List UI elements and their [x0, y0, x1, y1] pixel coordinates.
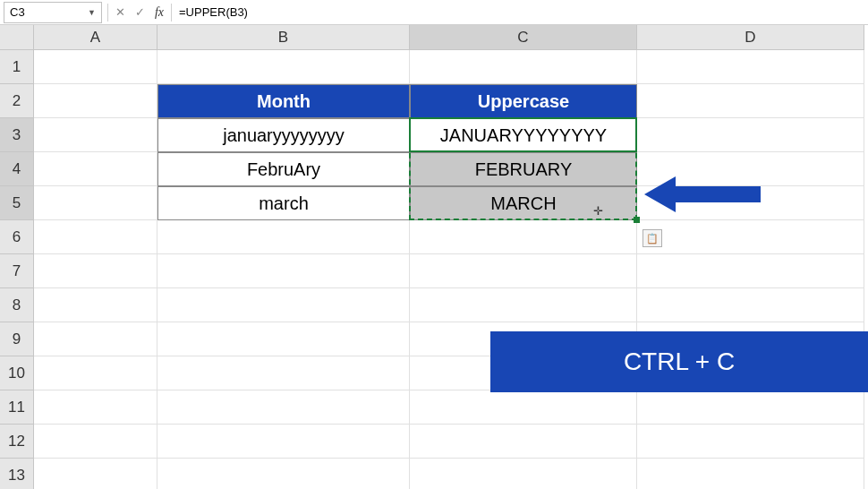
name-box[interactable]: C3 ▼: [4, 2, 102, 23]
row-header-1[interactable]: 1: [0, 50, 34, 84]
cursor-icon: ✛: [593, 204, 603, 218]
cell-a13[interactable]: [34, 459, 157, 489]
cell-c2[interactable]: Uppercase: [410, 84, 637, 118]
cell-a8[interactable]: [34, 288, 157, 322]
cell-c13[interactable]: [410, 459, 637, 489]
cell-d2[interactable]: [637, 84, 864, 118]
cell-c11[interactable]: [410, 390, 637, 425]
cell-d7[interactable]: [637, 254, 864, 288]
cell-b12[interactable]: [157, 425, 410, 459]
cell-a11[interactable]: [34, 390, 157, 425]
row-header-3[interactable]: 3: [0, 118, 34, 152]
cell-a9[interactable]: [34, 322, 157, 356]
enter-icon[interactable]: ✓: [130, 3, 149, 22]
col-header-a[interactable]: A: [34, 25, 157, 50]
cell-b4[interactable]: FebruAry: [157, 152, 410, 186]
row-header-8[interactable]: 8: [0, 288, 34, 322]
cell-b2[interactable]: Month: [157, 84, 410, 118]
cell-c3[interactable]: JANUARYYYYYYYY: [410, 118, 637, 152]
cancel-icon[interactable]: ✕: [110, 3, 130, 22]
select-all-corner[interactable]: [0, 25, 34, 50]
row-headers: 1 2 3 4 5 6 7 8 9 10 11 12 13: [0, 50, 34, 489]
grid: Month Uppercase januaryyyyyyyy JANUARYYY…: [34, 50, 864, 489]
divider: [171, 4, 172, 21]
row-header-11[interactable]: 11: [0, 390, 34, 425]
fx-icon[interactable]: fx: [149, 3, 169, 22]
shortcut-text: CTRL + C: [624, 347, 735, 375]
cell-b9[interactable]: [157, 322, 410, 356]
cell-d13[interactable]: [637, 459, 864, 489]
row-header-4[interactable]: 4: [0, 152, 34, 186]
cell-a10[interactable]: [34, 356, 157, 390]
row-header-12[interactable]: 12: [0, 425, 34, 459]
cell-d12[interactable]: [637, 425, 864, 459]
cell-d8[interactable]: [637, 288, 864, 322]
cell-c12[interactable]: [410, 425, 637, 459]
cell-d11[interactable]: [637, 390, 864, 425]
cell-c4[interactable]: FEBRUARY: [410, 152, 637, 186]
col-header-b[interactable]: B: [157, 25, 410, 50]
cell-d6[interactable]: [637, 220, 864, 254]
cell-b6[interactable]: [157, 220, 410, 254]
arrow-left-icon: [644, 172, 761, 217]
row-header-7[interactable]: 7: [0, 254, 34, 288]
formula-input[interactable]: [174, 2, 868, 23]
cell-a7[interactable]: [34, 254, 157, 288]
cell-b5[interactable]: march: [157, 186, 410, 220]
col-header-d[interactable]: D: [637, 25, 864, 50]
cell-b1[interactable]: [157, 50, 410, 84]
cell-c1[interactable]: [410, 50, 637, 84]
row-header-2[interactable]: 2: [0, 84, 34, 118]
cell-a12[interactable]: [34, 425, 157, 459]
formula-bar: C3 ▼ ✕ ✓ fx: [0, 0, 868, 25]
fill-handle[interactable]: [634, 217, 640, 223]
cell-b13[interactable]: [157, 459, 410, 489]
cell-a2[interactable]: [34, 84, 157, 118]
cell-c8[interactable]: [410, 288, 637, 322]
col-header-c[interactable]: C: [410, 25, 637, 50]
chevron-down-icon[interactable]: ▼: [88, 8, 96, 17]
paste-icon: 📋: [646, 233, 659, 244]
spreadsheet: 1 2 3 4 5 6 7 8 9 10 11 12 13 A B C D: [0, 25, 868, 489]
row-header-10[interactable]: 10: [0, 356, 34, 390]
cell-a4[interactable]: [34, 152, 157, 186]
cell-b11[interactable]: [157, 390, 410, 425]
row-header-5[interactable]: 5: [0, 186, 34, 220]
cell-a5[interactable]: [34, 186, 157, 220]
cell-d1[interactable]: [637, 50, 864, 84]
cell-a1[interactable]: [34, 50, 157, 84]
cell-b3[interactable]: januaryyyyyyyy: [157, 118, 410, 152]
cell-a3[interactable]: [34, 118, 157, 152]
cell-b10[interactable]: [157, 356, 410, 390]
cell-a6[interactable]: [34, 220, 157, 254]
row-header-9[interactable]: 9: [0, 322, 34, 356]
row-header-6[interactable]: 6: [0, 220, 34, 254]
cell-b8[interactable]: [157, 288, 410, 322]
cell-d3[interactable]: [637, 118, 864, 152]
column-headers: A B C D: [34, 25, 864, 50]
divider: [107, 4, 108, 21]
cell-c7[interactable]: [410, 254, 637, 288]
shortcut-callout: CTRL + C: [490, 331, 868, 392]
name-box-value: C3: [10, 5, 25, 19]
cell-b7[interactable]: [157, 254, 410, 288]
paste-options-button[interactable]: 📋: [642, 229, 662, 247]
svg-marker-0: [644, 176, 761, 212]
row-header-13[interactable]: 13: [0, 459, 34, 489]
cell-c6[interactable]: [410, 220, 637, 254]
